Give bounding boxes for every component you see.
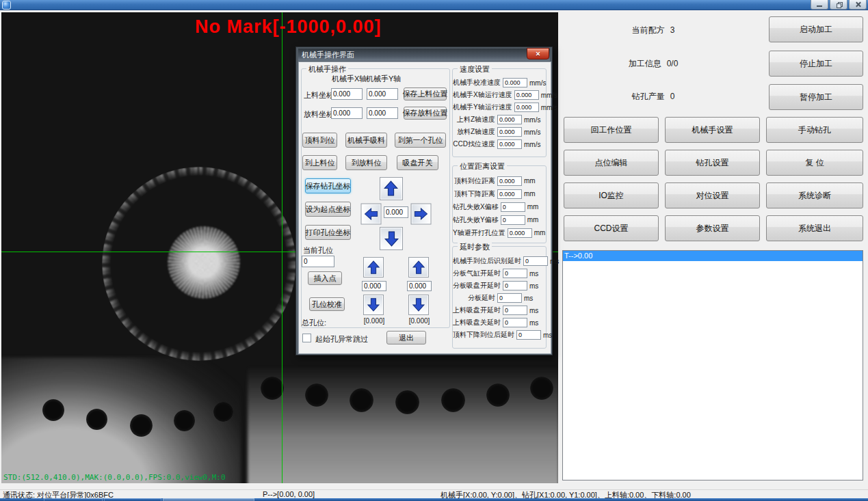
delay-row-label: 分板气缸开延时: [453, 269, 503, 278]
position-row-unit: mm: [525, 203, 543, 211]
load-coord-x-input[interactable]: [331, 88, 363, 100]
system-diagnosis-button[interactable]: 系统诊断: [766, 182, 863, 208]
to-unload-position-button[interactable]: 到放料位: [345, 155, 387, 170]
reset-button[interactable]: 复 位: [766, 150, 863, 176]
jog-right-button[interactable]: [411, 204, 432, 225]
axis-x-header: 机械手X轴: [332, 74, 367, 84]
speed-row-input[interactable]: [514, 103, 539, 112]
jog-left-button[interactable]: [361, 204, 382, 225]
speed-row-input[interactable]: [514, 90, 539, 100]
axis1-up-button[interactable]: [363, 257, 384, 277]
print-hole-coord-button[interactable]: 打印孔位坐标: [305, 225, 351, 240]
speed-row-unit: mm/s: [539, 104, 557, 111]
down-arrow-icon: [367, 298, 380, 312]
process-value: 0/0: [667, 59, 679, 68]
delay-row-input[interactable]: [523, 256, 548, 266]
robot-settings-button[interactable]: 机械手设置: [665, 117, 760, 143]
parameter-settings-button[interactable]: 参数设置: [665, 215, 760, 241]
robot-suck-button[interactable]: 机械手吸料: [345, 133, 387, 148]
unload-coord-y-input[interactable]: [367, 107, 398, 119]
close-button[interactable]: [849, 0, 867, 10]
alignment-settings-button[interactable]: 对位设置: [665, 182, 760, 208]
position-row-input[interactable]: [508, 228, 532, 238]
hole: [130, 414, 153, 437]
insert-point-button[interactable]: 插入点: [308, 271, 342, 285]
recipe-info: 当前配方3: [568, 25, 739, 36]
jog-down-button[interactable]: [380, 227, 403, 250]
speed-row-input[interactable]: [497, 139, 522, 149]
delay-row-input[interactable]: [503, 318, 527, 327]
first-hole-button[interactable]: 到第一个孔位: [395, 133, 446, 148]
skip-abnormal-checkbox[interactable]: [302, 334, 311, 342]
axis2-down-button[interactable]: [408, 295, 429, 315]
taskbar[interactable]: [0, 498, 868, 501]
pause-processing-button[interactable]: 暂停加工: [769, 84, 863, 110]
drill-settings-button[interactable]: 钻孔设置: [665, 150, 760, 176]
exit-button[interactable]: 退出: [386, 331, 426, 344]
window-titlebar[interactable]: [0, 0, 868, 10]
position-row-label: Y轴避开打孔位置: [453, 228, 508, 238]
speed-row-input[interactable]: [497, 115, 522, 124]
ccd-settings-button[interactable]: CCD设置: [564, 215, 659, 241]
delay-row-input[interactable]: [503, 281, 527, 290]
start-processing-button[interactable]: 启动加工: [769, 16, 863, 42]
delay-row-input[interactable]: [497, 293, 522, 303]
load-coord-y-input[interactable]: [367, 88, 398, 100]
delay-row-unit: ms: [541, 331, 552, 339]
delay-row-input[interactable]: [503, 306, 527, 315]
restore-button[interactable]: [830, 0, 847, 10]
taskbar-button[interactable]: [104, 498, 161, 501]
current-hole-input[interactable]: [302, 256, 334, 267]
save-unload-position-button[interactable]: 保存放料位置: [404, 107, 447, 120]
jog-step-input[interactable]: [384, 206, 408, 218]
speed-row-input[interactable]: [503, 78, 527, 87]
hole: [530, 377, 553, 400]
suction-toggle-button[interactable]: 吸盘开关: [397, 155, 438, 170]
save-load-position-button[interactable]: 保存上料位置: [404, 87, 447, 100]
delay-row-unit: ms: [522, 295, 543, 302]
delay-row-label: 分板吸盘开延时: [453, 281, 503, 290]
up-arrow-icon: [412, 260, 425, 274]
jog-up-button[interactable]: [380, 177, 403, 200]
manual-drill-button[interactable]: 手动钻孔: [766, 117, 863, 143]
taskbar-button[interactable]: [44, 498, 103, 501]
system-exit-button[interactable]: 系统退出: [766, 215, 863, 241]
axis2-value-input[interactable]: [407, 281, 432, 291]
restore-icon: [837, 2, 841, 7]
save-drill-coord-button[interactable]: 保存钻孔坐标: [305, 178, 351, 193]
stop-processing-button[interactable]: 停止加工: [769, 51, 863, 77]
to-load-position-button[interactable]: 到上料位: [302, 155, 337, 170]
push-material-button[interactable]: 顶料到位: [302, 133, 337, 148]
axis1-value-input[interactable]: [362, 281, 386, 291]
set-origin-coord-button[interactable]: 设为起点坐标: [305, 202, 351, 217]
hole: [261, 377, 284, 400]
hole: [213, 402, 233, 422]
position-row-input[interactable]: [497, 176, 522, 186]
unload-coord-x-input[interactable]: [331, 107, 363, 119]
position-row-input[interactable]: [497, 189, 522, 199]
point-edit-button[interactable]: 点位编辑: [564, 150, 659, 176]
position-row-input[interactable]: [501, 202, 525, 212]
io-monitor-button[interactable]: IO监控: [564, 182, 659, 208]
speed-row-input[interactable]: [497, 127, 522, 137]
dialog-titlebar[interactable]: 机械手操作界面: [298, 49, 550, 61]
position-row-input[interactable]: [501, 215, 525, 225]
delay-row-input[interactable]: [516, 330, 541, 340]
yield-info: 钻孔产量0: [568, 91, 739, 103]
taskbar-button-active[interactable]: [163, 498, 254, 501]
dialog-close-button[interactable]: ✕: [527, 48, 549, 59]
axis1-down-button[interactable]: [363, 295, 384, 315]
log-listbox[interactable]: T-->0.00: [562, 250, 863, 480]
delay-row-input[interactable]: [503, 269, 527, 278]
axis2-up-button[interactable]: [408, 257, 429, 277]
minimize-button[interactable]: [811, 0, 828, 10]
return-work-position-button[interactable]: 回工作位置: [564, 117, 659, 143]
dialog-body: 机械手操作 机械手X轴 机械手Y轴 上料坐标 保存上料位置 放料坐标 保存放料位…: [298, 62, 551, 354]
down-arrow-icon: [383, 230, 399, 246]
log-item-selected[interactable]: T-->0.00: [563, 251, 863, 261]
position-row-label: 钻孔失败X偏移: [453, 202, 501, 212]
status-position: P-->[0.00, 0.00]: [263, 490, 315, 498]
hole: [42, 399, 64, 421]
hole-calibrate-button[interactable]: 孔位校准: [309, 297, 345, 311]
down-arrow-icon: [412, 298, 425, 312]
